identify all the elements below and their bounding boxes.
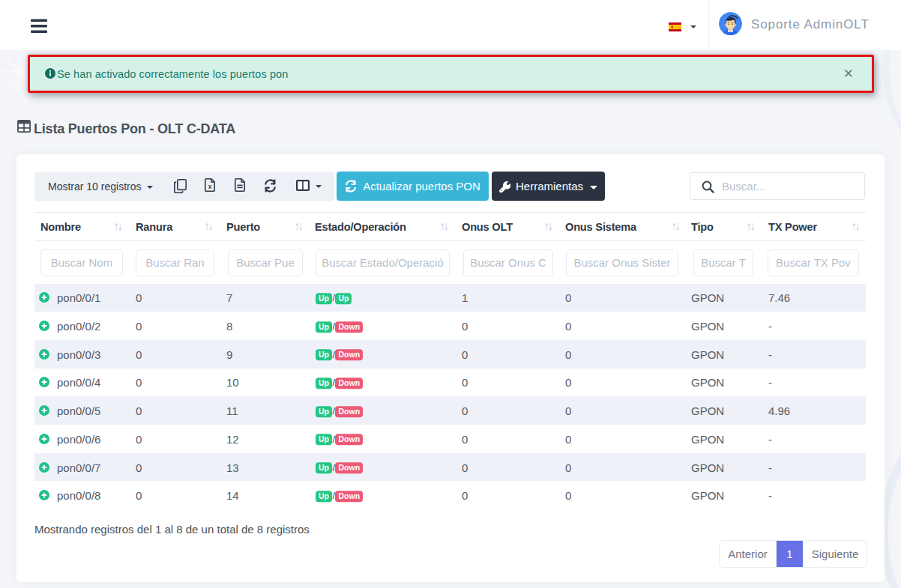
svg-text:x: x (208, 183, 212, 190)
